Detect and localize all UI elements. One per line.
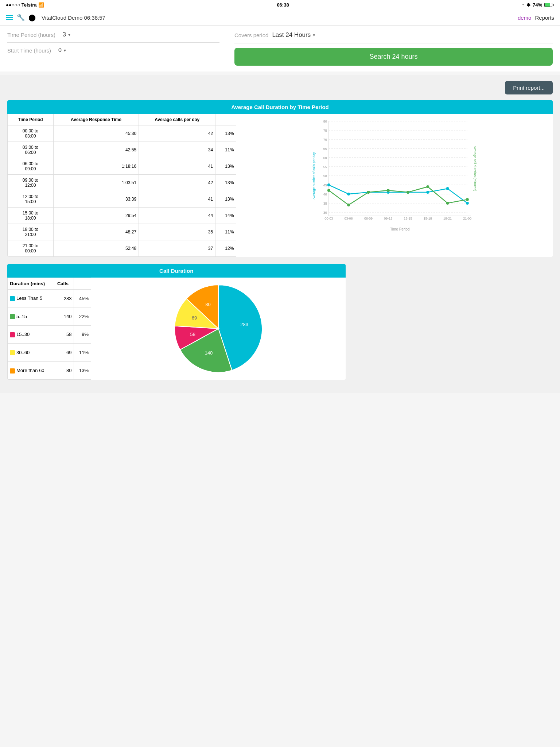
- cell-response-time: 29:54: [53, 208, 139, 224]
- table-row: 21:00 to 00:00 52:48 37 12%: [8, 240, 236, 257]
- svg-text:80: 80: [205, 302, 210, 307]
- start-time-label: Start Time (hours): [7, 47, 51, 54]
- svg-text:58: 58: [190, 332, 195, 337]
- battery-indicator: [544, 3, 554, 7]
- dur-label: More than 60: [8, 361, 55, 379]
- list-item: 5..15 140 22%: [8, 307, 91, 325]
- svg-text:55: 55: [323, 165, 327, 169]
- svg-text:65: 65: [323, 147, 327, 151]
- dur-pct: 13%: [74, 361, 91, 379]
- col-avg-calls: Average calls per day: [139, 114, 215, 125]
- svg-text:60: 60: [323, 156, 327, 160]
- svg-point-45: [427, 185, 429, 188]
- svg-point-42: [367, 191, 370, 194]
- cell-calls-per-day: 41: [139, 158, 215, 175]
- cell-pct: 11%: [215, 142, 236, 158]
- cell-period: 18:00 to 21:00: [8, 224, 54, 240]
- avg-call-duration-title: Average Call Duration by Time Period: [7, 100, 553, 114]
- cell-period: 06:00 to 09:00: [8, 158, 54, 175]
- svg-text:12-15: 12-15: [404, 217, 412, 220]
- svg-text:75: 75: [323, 129, 327, 132]
- call-duration-title: Call Duration: [7, 264, 346, 278]
- svg-text:15-18: 15-18: [424, 217, 432, 220]
- table-row: 00:00 to 03:00 45:30 42 13%: [8, 125, 236, 142]
- dur-col-label: Duration (mins): [8, 278, 55, 290]
- svg-point-44: [407, 191, 409, 194]
- svg-point-47: [466, 198, 469, 201]
- dur-pct: 22%: [74, 307, 91, 325]
- tools-icon: 🔧: [17, 13, 25, 22]
- bluetooth-icon: ✱: [526, 2, 530, 8]
- wifi-icon: 📶: [38, 2, 44, 8]
- status-bar: ●●○○○ Telstra 📶 06:38 ↑ ✱ 74%: [0, 0, 560, 10]
- start-time-select[interactable]: 0: [58, 47, 67, 54]
- search-button[interactable]: Search 24 hours: [234, 48, 553, 66]
- pie-chart-container: 283140586980: [91, 278, 346, 380]
- cell-response-time: 48:27: [53, 224, 139, 240]
- cell-pct: 11%: [215, 224, 236, 240]
- dur-calls: 58: [55, 325, 74, 343]
- print-button[interactable]: Print report...: [505, 81, 553, 94]
- location-icon: ↑: [522, 2, 524, 8]
- svg-text:Time Period: Time Period: [390, 227, 410, 231]
- pie-icon: ⬤: [28, 13, 36, 22]
- cell-response-time: 1:18:16: [53, 158, 139, 175]
- navbar-reports[interactable]: Reports: [535, 15, 554, 21]
- svg-text:35: 35: [323, 202, 327, 205]
- navbar: 🔧 ⬤ VitalCloud Demo 06:38:57 demo Report…: [0, 10, 560, 26]
- cell-response-time: 1:03:51: [53, 175, 139, 191]
- dur-label: 30..60: [8, 344, 55, 361]
- svg-point-37: [427, 191, 429, 194]
- svg-text:Average call duration (minutes: Average call duration (minutes): [473, 146, 477, 191]
- cell-calls-per-day: 42: [139, 125, 215, 142]
- cell-response-time: 33:39: [53, 191, 139, 208]
- svg-point-40: [327, 189, 330, 192]
- svg-text:03-06: 03-06: [345, 217, 353, 220]
- table-row: 18:00 to 21:00 48:27 35 11%: [8, 224, 236, 240]
- covers-period-select[interactable]: Last 24 Hours: [272, 31, 316, 39]
- avg-call-duration-section: Average Call Duration by Time Period Tim…: [7, 100, 553, 257]
- cell-calls-per-day: 37: [139, 240, 215, 257]
- avg-call-duration-table: Time Period Average Response Time Averag…: [7, 114, 236, 257]
- cell-pct: 13%: [215, 158, 236, 175]
- svg-text:283: 283: [240, 322, 248, 327]
- list-item: 30..60 69 11%: [8, 344, 91, 361]
- dur-col-calls: Calls: [55, 278, 74, 290]
- dur-label: 15..30: [8, 325, 55, 343]
- svg-text:50: 50: [323, 174, 327, 178]
- svg-text:70: 70: [323, 138, 327, 142]
- dur-calls: 80: [55, 361, 74, 379]
- status-time: 06:38: [277, 2, 289, 8]
- svg-text:30: 30: [323, 211, 327, 214]
- controls-area: Time Period (hours) 3 Start Time (hours)…: [0, 26, 560, 71]
- svg-text:140: 140: [205, 350, 213, 356]
- svg-text:80: 80: [323, 120, 327, 123]
- battery-pct: 74%: [533, 2, 542, 8]
- svg-text:45: 45: [323, 183, 327, 187]
- cell-pct: 13%: [215, 175, 236, 191]
- svg-point-38: [446, 187, 449, 190]
- cell-calls-per-day: 41: [139, 191, 215, 208]
- cell-pct: 14%: [215, 208, 236, 224]
- cell-period: 12:00 to 15:00: [8, 191, 54, 208]
- svg-text:40: 40: [323, 193, 327, 196]
- svg-text:69: 69: [191, 315, 197, 321]
- table-row: 09:00 to 12:00 1:03:51 42 13%: [8, 175, 236, 191]
- svg-point-33: [347, 193, 350, 196]
- table-row: 06:00 to 09:00 1:18:16 41 13%: [8, 158, 236, 175]
- svg-point-46: [446, 202, 449, 205]
- cell-calls-per-day: 35: [139, 224, 215, 240]
- dur-pct: 45%: [74, 290, 91, 307]
- svg-point-41: [347, 204, 350, 206]
- cell-calls-per-day: 44: [139, 208, 215, 224]
- navbar-title: VitalCloud Demo 06:38:57: [42, 15, 514, 21]
- pie-chart: 283140586980: [171, 281, 266, 376]
- call-duration-section: Call Duration Duration (mins) Calls Less…: [7, 264, 346, 380]
- time-period-select[interactable]: 3: [63, 31, 71, 38]
- cell-pct: 13%: [215, 191, 236, 208]
- navbar-demo[interactable]: demo: [518, 15, 532, 21]
- hamburger-menu[interactable]: [6, 15, 13, 20]
- line-chart-container: 3035404550556065707580 00-0303-0606-0909…: [236, 114, 553, 257]
- dur-label: Less Than 5: [8, 290, 55, 307]
- cell-period: 03:00 to 06:00: [8, 142, 54, 158]
